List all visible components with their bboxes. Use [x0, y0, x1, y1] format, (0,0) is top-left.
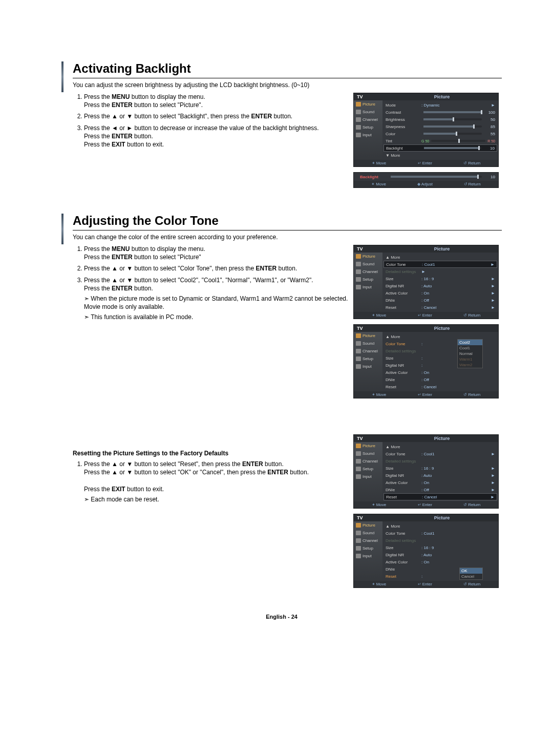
row-backlight[interactable]: Backlight10: [384, 144, 497, 152]
chevron-right-icon: ►: [491, 305, 495, 310]
osd-col: TV Picture Picture Sound Channel Setup I…: [353, 93, 502, 193]
opt-cool2[interactable]: Cool2: [458, 340, 482, 345]
row-colortone[interactable]: Color Tone: Cool1►: [384, 261, 497, 268]
return-icon: ↺: [464, 182, 467, 186]
side-setup[interactable]: Setup: [354, 123, 382, 131]
hint-return: ↺Return: [463, 313, 480, 318]
section-accent-bar: [61, 214, 63, 244]
side-channel[interactable]: Channel: [354, 347, 382, 355]
side-setup[interactable]: Setup: [354, 544, 382, 552]
side-input[interactable]: Input: [354, 283, 382, 291]
return-icon: ↺: [463, 392, 467, 397]
row-digitalnr[interactable]: Digital NR: Auto►: [382, 472, 498, 479]
row-colortone[interactable]: Color Tone: Cool1►: [382, 450, 498, 457]
row-reset[interactable]: Reset: Cancel►: [382, 304, 498, 311]
row-more[interactable]: ▲ More: [382, 522, 498, 530]
side-sound[interactable]: Sound: [354, 260, 382, 268]
side-channel[interactable]: Channel: [354, 457, 382, 465]
note: This function is available in PC mode.: [84, 313, 348, 321]
picture-icon: [356, 444, 361, 448]
side-input[interactable]: Input: [354, 473, 382, 480]
row-more[interactable]: ▼ More: [382, 152, 498, 159]
row-tint[interactable]: TintG 50R 50: [382, 137, 498, 144]
side-picture[interactable]: Picture: [354, 442, 382, 450]
section-title: Adjusting the Color Tone: [73, 214, 502, 230]
opt-warm2[interactable]: Warm2: [458, 362, 482, 368]
row-activecolor[interactable]: Active Color: On: [382, 369, 498, 376]
side-input[interactable]: Input: [354, 131, 382, 139]
row-activecolor[interactable]: Active Color: On: [382, 558, 498, 565]
strip-value: 10: [484, 175, 495, 179]
row-colortone[interactable]: Color Tone: Cool1: [382, 530, 498, 537]
row-reset[interactable]: Reset: Cancel: [382, 383, 498, 390]
osd-header: TV Picture: [354, 435, 498, 442]
side-picture[interactable]: Picture: [354, 253, 382, 260]
channel-icon: [356, 117, 361, 122]
row-more[interactable]: ▲ More: [382, 254, 498, 261]
kw: ENTER: [267, 469, 288, 476]
opt-warm1[interactable]: Warm1: [458, 356, 482, 362]
side-channel[interactable]: Channel: [354, 537, 382, 544]
colortone-options[interactable]: Cool2 Cool1 Normal Warm1 Warm2: [457, 339, 483, 368]
osd-panel-title: Picture: [386, 326, 498, 331]
hint-enter: ↵Enter: [418, 313, 432, 318]
side-input[interactable]: Input: [354, 552, 382, 560]
row-size[interactable]: Size: 16 : 9►: [382, 465, 498, 472]
row-dnie[interactable]: DNIe: Off: [382, 376, 498, 383]
chevron-right-icon: ►: [491, 284, 495, 288]
row-digitalnr[interactable]: Digital NR: Auto►: [382, 282, 498, 289]
osd-sidebar: Picture Sound Channel Setup Input: [354, 442, 382, 501]
side-sound[interactable]: Sound: [354, 108, 382, 116]
side-picture[interactable]: Picture: [354, 521, 382, 529]
opt-normal[interactable]: Normal: [458, 351, 482, 356]
strip-label: Backlight: [357, 175, 389, 179]
side-sound[interactable]: Sound: [354, 450, 382, 457]
input-icon: [356, 364, 361, 369]
row-digitalnr[interactable]: Digital NR: Auto: [382, 551, 498, 558]
hint-return: ↺Return: [463, 502, 480, 507]
row-brightness[interactable]: Brightness50: [382, 116, 498, 123]
osd-panel-title: Picture: [386, 515, 498, 520]
side-sound[interactable]: Sound: [354, 340, 382, 347]
side-sound[interactable]: Sound: [354, 529, 382, 537]
section-intro: You can change the color of the entire s…: [73, 234, 502, 241]
side-setup[interactable]: Setup: [354, 355, 382, 363]
row-color[interactable]: Color55: [382, 130, 498, 137]
row-reset[interactable]: Reset: Cancel►: [384, 493, 497, 500]
step-2: Press the ▲ or ▼ button to select "Color…: [84, 264, 348, 272]
side-setup[interactable]: Setup: [354, 465, 382, 473]
step-1: Press the MENU button to display the men…: [84, 93, 348, 109]
osd-tv-label: TV: [354, 436, 386, 441]
step-text: Press the ▲ or ▼ button to select "Backl…: [84, 113, 251, 120]
row-activecolor[interactable]: Active Color: On►: [382, 289, 498, 297]
row-dnie[interactable]: DNIe: Off►: [382, 486, 498, 493]
chevron-right-icon: ►: [491, 473, 495, 478]
side-setup[interactable]: Setup: [354, 276, 382, 283]
row-dnie[interactable]: DNIe: Off►: [382, 297, 498, 304]
osd-main: ▲ More Color Tone: Cool1► Detailed setti…: [382, 442, 498, 501]
opt-cool1[interactable]: Cool1: [458, 345, 482, 351]
side-picture[interactable]: Picture: [354, 332, 382, 340]
opt-cancel[interactable]: Cancel: [460, 574, 482, 579]
row-sharpness[interactable]: Sharpness85: [382, 123, 498, 130]
reset-options[interactable]: OK Cancel: [459, 568, 483, 580]
side-channel[interactable]: Channel: [354, 268, 382, 276]
row-size[interactable]: Size: 16 : 9►: [382, 275, 498, 282]
row-mode[interactable]: Mode: Dynamic►: [382, 101, 498, 109]
kw: MENU: [112, 245, 130, 253]
setup-icon: [356, 356, 361, 361]
updown-icon: ✦: [372, 392, 375, 397]
side-channel[interactable]: Channel: [354, 116, 382, 123]
opt-ok[interactable]: OK: [460, 568, 482, 574]
osd-footer: ✦Move ↵Enter ↺Return: [354, 160, 498, 166]
section-columns: Press the MENU button to display the men…: [61, 93, 502, 193]
row-contrast[interactable]: Contrast100: [382, 109, 498, 116]
row-activecolor[interactable]: Active Color: On►: [382, 479, 498, 486]
step-text: button to exit.: [125, 141, 164, 148]
manual-page: Activating Backlight You can adjust the …: [0, 0, 553, 640]
row-more[interactable]: ▲ More: [382, 443, 498, 450]
side-input[interactable]: Input: [354, 363, 382, 370]
row-size[interactable]: Size: 16 : 9: [382, 544, 498, 551]
strip-row[interactable]: Backlight 10: [354, 173, 498, 181]
side-picture[interactable]: Picture: [354, 100, 382, 108]
